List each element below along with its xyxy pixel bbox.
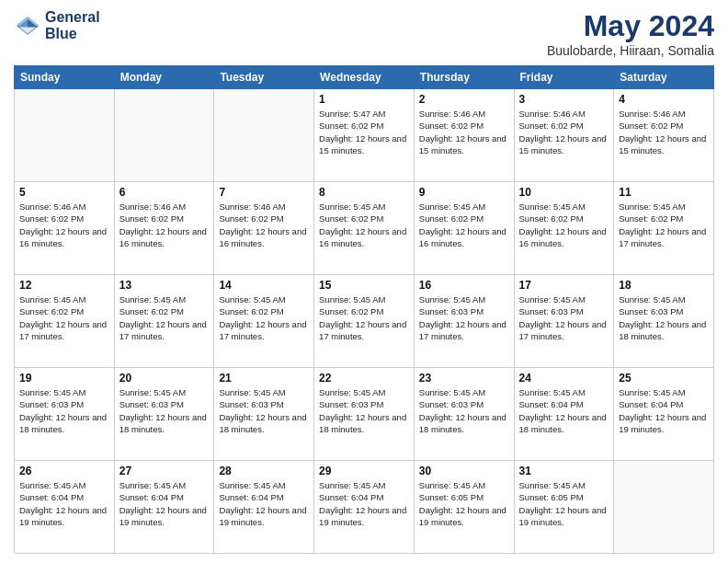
- day-cell: 27Sunrise: 5:45 AM Sunset: 6:04 PM Dayli…: [114, 461, 214, 554]
- day-info: Sunrise: 5:45 AM Sunset: 6:03 PM Dayligh…: [219, 386, 309, 435]
- month-title: May 2024: [547, 9, 714, 43]
- logo: General Blue: [14, 9, 100, 41]
- day-info: Sunrise: 5:45 AM Sunset: 6:03 PM Dayligh…: [319, 386, 409, 435]
- day-info: Sunrise: 5:45 AM Sunset: 6:03 PM Dayligh…: [419, 386, 509, 435]
- day-cell: 15Sunrise: 5:45 AM Sunset: 6:02 PM Dayli…: [314, 275, 415, 368]
- day-info: Sunrise: 5:45 AM Sunset: 6:04 PM Dayligh…: [519, 386, 609, 435]
- day-cell: 20Sunrise: 5:45 AM Sunset: 6:03 PM Dayli…: [114, 368, 214, 461]
- day-cell: 29Sunrise: 5:45 AM Sunset: 6:04 PM Dayli…: [314, 461, 415, 554]
- day-info: Sunrise: 5:47 AM Sunset: 6:02 PM Dayligh…: [319, 108, 409, 156]
- day-number: 13: [119, 279, 210, 292]
- day-info: Sunrise: 5:45 AM Sunset: 6:05 PM Dayligh…: [419, 479, 509, 528]
- day-number: 2: [419, 93, 509, 106]
- day-number: 3: [519, 93, 609, 106]
- day-cell: 3Sunrise: 5:46 AM Sunset: 6:02 PM Daylig…: [514, 89, 614, 182]
- day-info: Sunrise: 5:45 AM Sunset: 6:04 PM Dayligh…: [319, 479, 409, 528]
- day-info: Sunrise: 5:46 AM Sunset: 6:02 PM Dayligh…: [119, 201, 210, 249]
- day-number: 11: [619, 186, 709, 199]
- day-number: 16: [419, 279, 509, 292]
- day-cell: 2Sunrise: 5:46 AM Sunset: 6:02 PM Daylig…: [414, 89, 514, 182]
- day-info: Sunrise: 5:45 AM Sunset: 6:04 PM Dayligh…: [619, 386, 709, 435]
- day-number: 7: [219, 186, 309, 199]
- day-number: 29: [319, 465, 409, 477]
- day-cell: 7Sunrise: 5:46 AM Sunset: 6:02 PM Daylig…: [214, 182, 314, 275]
- logo-text: General Blue: [45, 9, 100, 41]
- day-cell: 14Sunrise: 5:45 AM Sunset: 6:02 PM Dayli…: [214, 275, 314, 368]
- day-info: Sunrise: 5:45 AM Sunset: 6:03 PM Dayligh…: [619, 293, 709, 342]
- day-cell: 9Sunrise: 5:45 AM Sunset: 6:02 PM Daylig…: [414, 182, 514, 275]
- day-info: Sunrise: 5:45 AM Sunset: 6:02 PM Dayligh…: [19, 293, 109, 342]
- day-info: Sunrise: 5:45 AM Sunset: 6:02 PM Dayligh…: [319, 201, 409, 249]
- day-info: Sunrise: 5:46 AM Sunset: 6:02 PM Dayligh…: [519, 108, 609, 156]
- day-info: Sunrise: 5:45 AM Sunset: 6:03 PM Dayligh…: [19, 386, 109, 435]
- day-cell: 1Sunrise: 5:47 AM Sunset: 6:02 PM Daylig…: [314, 89, 415, 182]
- day-info: Sunrise: 5:46 AM Sunset: 6:02 PM Dayligh…: [219, 201, 309, 249]
- day-cell: 16Sunrise: 5:45 AM Sunset: 6:03 PM Dayli…: [414, 275, 514, 368]
- day-info: Sunrise: 5:45 AM Sunset: 6:05 PM Dayligh…: [519, 479, 609, 528]
- day-number: 25: [619, 372, 709, 385]
- day-number: 17: [519, 279, 609, 292]
- week-row-1: 1Sunrise: 5:47 AM Sunset: 6:02 PM Daylig…: [15, 89, 714, 182]
- logo-icon: [14, 12, 41, 40]
- day-info: Sunrise: 5:45 AM Sunset: 6:02 PM Dayligh…: [419, 201, 509, 249]
- day-info: Sunrise: 5:45 AM Sunset: 6:04 PM Dayligh…: [219, 479, 309, 528]
- day-cell: 10Sunrise: 5:45 AM Sunset: 6:02 PM Dayli…: [514, 182, 614, 275]
- day-number: 22: [319, 372, 409, 385]
- day-info: Sunrise: 5:45 AM Sunset: 6:02 PM Dayligh…: [119, 293, 210, 342]
- logo-line1: General: [45, 9, 100, 26]
- calendar-page: General Blue May 2024 Buulobarde, Hiiraa…: [0, 0, 728, 563]
- day-info: Sunrise: 5:45 AM Sunset: 6:02 PM Dayligh…: [319, 293, 409, 342]
- day-cell: 23Sunrise: 5:45 AM Sunset: 6:03 PM Dayli…: [414, 368, 514, 461]
- day-number: 8: [319, 186, 409, 199]
- header-row: SundayMondayTuesdayWednesdayThursdayFrid…: [15, 66, 714, 89]
- day-info: Sunrise: 5:45 AM Sunset: 6:03 PM Dayligh…: [419, 293, 509, 342]
- day-number: 14: [219, 279, 309, 292]
- day-cell: [15, 89, 115, 182]
- day-info: Sunrise: 5:45 AM Sunset: 6:02 PM Dayligh…: [219, 293, 309, 342]
- day-number: 27: [119, 465, 210, 477]
- day-number: 5: [19, 186, 109, 199]
- day-cell: 5Sunrise: 5:46 AM Sunset: 6:02 PM Daylig…: [15, 182, 115, 275]
- col-header-tuesday: Tuesday: [214, 66, 314, 89]
- day-info: Sunrise: 5:45 AM Sunset: 6:04 PM Dayligh…: [119, 479, 210, 528]
- week-row-2: 5Sunrise: 5:46 AM Sunset: 6:02 PM Daylig…: [15, 182, 714, 275]
- day-cell: 19Sunrise: 5:45 AM Sunset: 6:03 PM Dayli…: [15, 368, 115, 461]
- day-number: 15: [319, 279, 409, 292]
- day-number: 6: [119, 186, 210, 199]
- col-header-friday: Friday: [514, 66, 614, 89]
- day-number: 31: [519, 465, 609, 477]
- col-header-saturday: Saturday: [614, 66, 714, 89]
- day-number: 26: [19, 465, 109, 477]
- day-cell: 17Sunrise: 5:45 AM Sunset: 6:03 PM Dayli…: [514, 275, 614, 368]
- day-cell: 6Sunrise: 5:46 AM Sunset: 6:02 PM Daylig…: [114, 182, 214, 275]
- day-info: Sunrise: 5:45 AM Sunset: 6:03 PM Dayligh…: [519, 293, 609, 342]
- location: Buulobarde, Hiiraan, Somalia: [547, 43, 714, 58]
- col-header-thursday: Thursday: [414, 66, 514, 89]
- calendar-table: SundayMondayTuesdayWednesdayThursdayFrid…: [14, 65, 714, 554]
- day-info: Sunrise: 5:45 AM Sunset: 6:03 PM Dayligh…: [119, 386, 210, 435]
- day-info: Sunrise: 5:46 AM Sunset: 6:02 PM Dayligh…: [419, 108, 509, 156]
- day-cell: 8Sunrise: 5:45 AM Sunset: 6:02 PM Daylig…: [314, 182, 415, 275]
- day-cell: 13Sunrise: 5:45 AM Sunset: 6:02 PM Dayli…: [114, 275, 214, 368]
- day-cell: 26Sunrise: 5:45 AM Sunset: 6:04 PM Dayli…: [15, 461, 115, 554]
- day-cell: 24Sunrise: 5:45 AM Sunset: 6:04 PM Dayli…: [514, 368, 614, 461]
- day-info: Sunrise: 5:46 AM Sunset: 6:02 PM Dayligh…: [19, 201, 109, 249]
- day-number: 19: [19, 372, 109, 385]
- day-number: 30: [419, 465, 509, 477]
- day-cell: 11Sunrise: 5:45 AM Sunset: 6:02 PM Dayli…: [614, 182, 714, 275]
- week-row-5: 26Sunrise: 5:45 AM Sunset: 6:04 PM Dayli…: [15, 461, 714, 554]
- day-cell: [214, 89, 314, 182]
- day-cell: 28Sunrise: 5:45 AM Sunset: 6:04 PM Dayli…: [214, 461, 314, 554]
- col-header-wednesday: Wednesday: [314, 66, 415, 89]
- week-row-3: 12Sunrise: 5:45 AM Sunset: 6:02 PM Dayli…: [15, 275, 714, 368]
- day-number: 24: [519, 372, 609, 385]
- day-cell: 22Sunrise: 5:45 AM Sunset: 6:03 PM Dayli…: [314, 368, 415, 461]
- day-cell: [614, 461, 714, 554]
- day-number: 21: [219, 372, 309, 385]
- day-number: 10: [519, 186, 609, 199]
- day-cell: [114, 89, 214, 182]
- day-number: 23: [419, 372, 509, 385]
- day-number: 18: [619, 279, 709, 292]
- header: General Blue May 2024 Buulobarde, Hiiraa…: [14, 9, 714, 58]
- day-info: Sunrise: 5:45 AM Sunset: 6:02 PM Dayligh…: [519, 201, 609, 249]
